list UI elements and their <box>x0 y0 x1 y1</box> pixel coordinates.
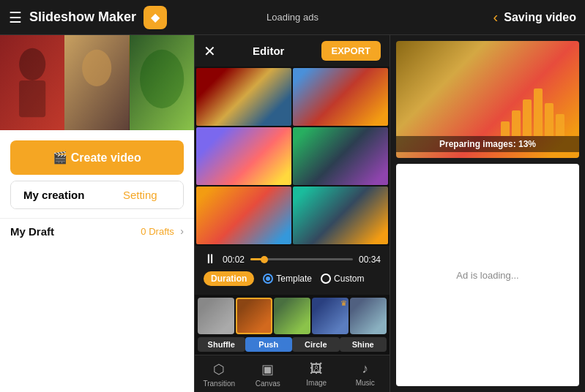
main-content: 🎬 Create video My creation Setting My Dr… <box>0 35 585 392</box>
chart-bar-3 <box>523 99 532 136</box>
thumbnail-4[interactable]: ♛ <box>312 298 349 334</box>
ad-container: Ad is loading... <box>396 164 579 386</box>
music-tool[interactable]: ♪ Music <box>341 355 390 392</box>
duration-options: Duration Template Custom <box>204 267 381 289</box>
chart-bar-1 <box>501 121 510 136</box>
back-icon[interactable]: ‹ <box>493 9 499 26</box>
video-cell-5 <box>196 186 291 244</box>
shuffle-transition-btn[interactable]: Shuffle <box>198 337 245 352</box>
transition-controls: Shuffle Push Circle Shine <box>195 334 390 355</box>
thumbnail-2[interactable] <box>236 298 272 334</box>
tab-row: My creation Setting <box>10 181 184 209</box>
drafts-count: 0 Drafts <box>141 226 174 237</box>
thumbnail-5[interactable] <box>350 298 387 334</box>
draft-arrow-icon: › <box>180 225 184 237</box>
duration-badge: Duration <box>204 271 254 286</box>
image-2 <box>64 35 129 130</box>
saving-preview: Preparing images: 13% <box>396 41 579 158</box>
custom-option[interactable]: Custom <box>321 274 364 284</box>
video-cell-6 <box>293 186 388 244</box>
circle-transition-btn[interactable]: Circle <box>292 337 340 352</box>
music-icon: ♪ <box>362 361 368 377</box>
app-title: Slideshow Maker <box>29 10 136 25</box>
save-video-title: Saving video <box>504 11 576 24</box>
image-3 <box>130 35 194 130</box>
my-draft-label: My Draft <box>10 225 54 238</box>
bottom-toolbar: ⬡ Transition ▣ Canvas 🖼 Image ♪ Music <box>195 355 390 392</box>
my-creation-tab[interactable]: My creation <box>11 181 97 208</box>
preparing-text: Preparing images: 13% <box>396 136 579 152</box>
editor-title: Editor <box>253 45 284 57</box>
image-1 <box>0 35 64 130</box>
image-icon: 🖼 <box>310 361 323 377</box>
export-button[interactable]: EXPORT <box>321 41 381 61</box>
template-label: Template <box>276 274 312 284</box>
anime-collage <box>195 67 390 246</box>
transition-tool-label: Transition <box>203 380 235 388</box>
video-cell-2 <box>293 68 388 126</box>
progress-thumb <box>261 256 268 263</box>
image-tool-label: Image <box>306 379 327 387</box>
left-panel-images <box>0 35 194 130</box>
video-cell-1 <box>196 68 291 126</box>
template-option[interactable]: Template <box>263 274 312 284</box>
thumbnail-3[interactable] <box>274 298 310 334</box>
chart-overlay <box>501 88 564 136</box>
canvas-icon: ▣ <box>261 361 274 377</box>
image-tool[interactable]: 🖼 Image <box>292 355 341 392</box>
crown-icon: ♛ <box>340 299 347 307</box>
editor-close-icon[interactable]: ✕ <box>204 42 216 60</box>
canvas-tool-label: Canvas <box>256 380 280 388</box>
playback-bar: ⏸ 00:02 00:34 Duration Template <box>195 246 390 295</box>
shine-transition-btn[interactable]: Shine <box>340 337 387 352</box>
svg-point-4 <box>82 50 111 86</box>
thumbnail-1[interactable] <box>198 298 234 334</box>
canvas-tool[interactable]: ▣ Canvas <box>244 355 293 392</box>
progress-track[interactable] <box>250 258 353 260</box>
custom-radio[interactable] <box>321 274 331 284</box>
thumbnail-row: ♛ <box>195 295 390 334</box>
left-panel: 🎬 Create video My creation Setting My Dr… <box>0 35 194 392</box>
radio-dot <box>266 276 270 281</box>
music-tool-label: Music <box>356 379 375 387</box>
chart-bar-4 <box>534 88 543 136</box>
ad-loading-text: Ad is loading... <box>456 270 518 281</box>
play-pause-button[interactable]: ⏸ <box>204 252 217 267</box>
playback-controls: ⏸ 00:02 00:34 <box>204 252 381 267</box>
video-cell-3 <box>196 127 291 185</box>
transition-tool[interactable]: ⬡ Transition <box>195 355 244 392</box>
editor-header: ✕ Editor EXPORT <box>195 35 390 67</box>
template-radio[interactable] <box>263 274 273 284</box>
hamburger-icon[interactable]: ☰ <box>9 9 22 26</box>
top-bar-right: ‹ Saving video <box>387 9 576 26</box>
transition-icon: ⬡ <box>213 361 225 377</box>
create-video-button[interactable]: 🎬 Create video <box>10 140 184 175</box>
video-cell-4 <box>293 127 388 185</box>
top-bar-left: ☰ Slideshow Maker ◆ <box>9 6 198 29</box>
top-bar: ☰ Slideshow Maker ◆ Loading ads ‹ Saving… <box>0 0 585 35</box>
custom-label: Custom <box>334 274 364 284</box>
right-panel: Preparing images: 13% Ad is loading... <box>390 35 585 392</box>
chart-bar-2 <box>512 110 521 136</box>
drafts-info[interactable]: 0 Drafts › <box>141 225 184 238</box>
chart-bar-6 <box>556 114 564 136</box>
my-draft-row: My Draft 0 Drafts › <box>0 218 194 244</box>
loading-ads-label: Loading ads <box>198 12 387 23</box>
editor-panel: ✕ Editor EXPORT ⏸ <box>194 35 390 392</box>
current-time: 00:02 <box>223 255 245 265</box>
svg-point-1 <box>19 48 45 80</box>
video-preview <box>195 67 390 246</box>
app-logo: ◆ <box>144 6 167 29</box>
chart-bar-5 <box>545 103 554 136</box>
svg-rect-2 <box>19 80 45 117</box>
push-transition-btn[interactable]: Push <box>245 337 293 352</box>
setting-tab[interactable]: Setting <box>97 181 184 208</box>
svg-point-6 <box>140 50 184 108</box>
total-time: 00:34 <box>359 255 381 265</box>
